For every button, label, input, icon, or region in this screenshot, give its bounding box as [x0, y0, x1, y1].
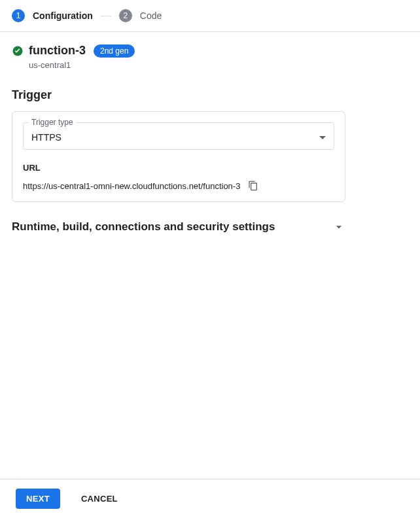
step-2-circle[interactable]: 2 — [119, 9, 132, 22]
trigger-type-label: Trigger type — [29, 118, 76, 127]
step-1-num: 1 — [16, 11, 21, 20]
runtime-settings-title: Runtime, build, connections and security… — [12, 220, 275, 233]
function-region: us-central1 — [29, 60, 408, 70]
url-row: https://us-central1-omni-new.cloudfuncti… — [23, 181, 334, 191]
runtime-settings-expander[interactable]: Runtime, build, connections and security… — [12, 220, 345, 233]
content: function-3 2nd gen us-central1 Trigger T… — [0, 32, 420, 479]
next-button[interactable]: Next — [16, 489, 60, 509]
trigger-section-title: Trigger — [12, 88, 408, 102]
cancel-button[interactable]: Cancel — [71, 489, 128, 509]
trigger-card: Trigger type HTTPS URL https://us-centra… — [12, 111, 345, 202]
generation-badge: 2nd gen — [94, 44, 135, 58]
chevron-down-icon — [332, 220, 345, 233]
step-1-label[interactable]: Configuration — [33, 10, 93, 21]
step-1-circle[interactable]: 1 — [12, 9, 25, 22]
trigger-type-value: HTTPS — [31, 132, 61, 143]
check-circle-icon — [12, 45, 24, 57]
url-label: URL — [23, 163, 334, 173]
footer: Next Cancel — [0, 479, 420, 518]
trigger-type-select[interactable]: Trigger type HTTPS — [23, 122, 334, 150]
step-2-label[interactable]: Code — [140, 10, 162, 21]
step-2-num: 2 — [123, 11, 128, 20]
dropdown-arrow-icon — [319, 136, 326, 139]
copy-icon[interactable] — [248, 181, 258, 191]
function-name: function-3 — [29, 44, 86, 58]
step-divider — [101, 16, 111, 16]
url-value: https://us-central1-omni-new.cloudfuncti… — [23, 181, 240, 191]
stepper: 1 Configuration 2 Code — [0, 0, 420, 31]
function-header: function-3 2nd gen — [12, 44, 408, 58]
